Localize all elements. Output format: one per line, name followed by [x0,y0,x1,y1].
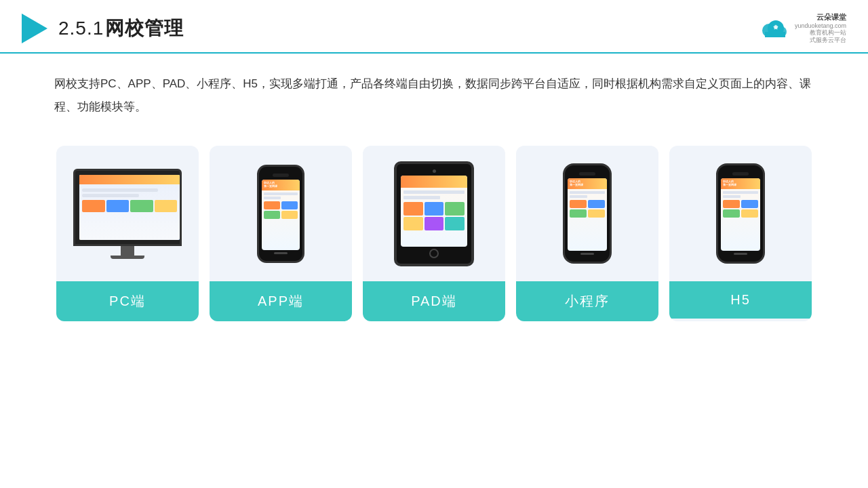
card-h5: 职达人的第一堂网课 H5 [669,146,812,321]
card-pc-image [56,146,199,281]
tablet-home-button [429,249,439,258]
phone-mockup-mini-icon: 职达人的第一堂网课 [563,163,612,264]
tablet-mockup-icon [394,161,474,266]
card-pad-image [363,146,505,281]
pc-monitor-icon [73,169,182,259]
phone-home-h5 [734,253,747,255]
card-pc: PC端 [56,146,199,321]
header-left: 2.5.1网校管理 [22,14,184,43]
phone-home-indicator [274,252,288,254]
device-cards-container: PC端 职达人的第一堂网课 [0,125,868,335]
phone-screen: 职达人的第一堂网课 [262,180,300,250]
phone-notch [273,174,289,177]
card-pad-label: PAD端 [363,281,505,321]
page-header: 2.5.1网校管理 云朵课堂 yunduoketang.com 教育机构一站式服… [0,0,868,54]
page-title: 2.5.1网校管理 [58,16,184,41]
card-h5-label: H5 [669,281,812,319]
phone-screen-mini: 职达人的第一堂网课 [568,178,607,251]
phone-mockup-h5-icon: 职达人的第一堂网课 [716,163,765,264]
card-pad: PAD端 [363,146,505,321]
tablet-screen [401,176,467,247]
card-miniprogram-image: 职达人的第一堂网课 [516,146,658,281]
phone-screen-h5: 职达人的第一堂网课 [721,178,760,251]
card-app-label: APP端 [210,281,352,321]
phone-notch-mini [579,172,595,176]
card-app: 职达人的第一堂网课 APP端 [210,146,352,321]
phone-mockup-icon: 职达人的第一堂网课 [257,165,304,263]
cloud-icon [755,18,791,39]
card-pc-label: PC端 [56,281,199,321]
card-app-image: 职达人的第一堂网课 [210,146,352,281]
tablet-camera [433,169,436,173]
card-miniprogram-label: 小程序 [516,281,658,321]
phone-notch-h5 [732,172,749,176]
logo-triangle-icon [22,14,47,43]
brand-text: 云朵课堂 yunduoketang.com 教育机构一站式服务云平台 [795,12,846,44]
phone-home-mini [580,253,594,255]
brand-logo: 云朵课堂 yunduoketang.com 教育机构一站式服务云平台 [755,12,846,44]
card-miniprogram: 职达人的第一堂网课 小程序 [516,146,658,321]
card-h5-image: 职达人的第一堂网课 [669,146,812,281]
svg-rect-3 [765,32,785,37]
description-text: 网校支持PC、APP、PAD、小程序、H5，实现多端打通，产品各终端自由切换，数… [0,54,868,125]
